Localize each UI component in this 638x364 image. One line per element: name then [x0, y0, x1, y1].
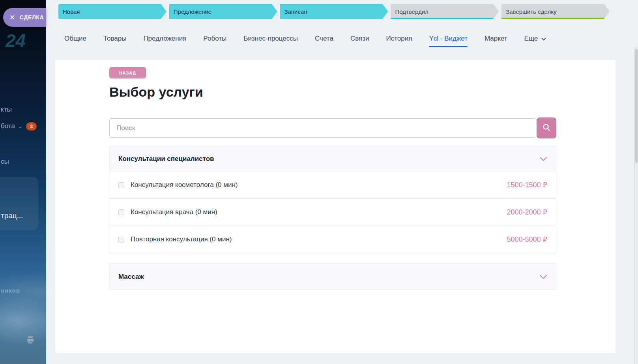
back-button[interactable]: НАЗАД	[109, 67, 146, 78]
tab-label: История	[386, 35, 412, 43]
tab-ycl-widget[interactable]: Ycl - Виджет	[429, 30, 468, 47]
chevron-down-icon: ⌄	[18, 124, 22, 129]
stage-underline	[501, 18, 604, 19]
notification-badge: 3	[26, 122, 37, 131]
tab-label: Общие	[64, 35, 86, 43]
stage-booked[interactable]: Записан	[280, 4, 388, 19]
stage-label: Подтвердил	[395, 8, 428, 15]
tab-market[interactable]: Маркет	[485, 30, 507, 47]
deal-stage-bar: Новая Предложение Записан Подтвердил Зав…	[58, 4, 610, 19]
tab-label: Еще	[524, 35, 538, 43]
section-header-consultations[interactable]: Консультации специалистов	[109, 146, 556, 172]
stage-close-deal[interactable]: Завершить сделку	[501, 4, 610, 19]
service-row[interactable]: Повторная консультация (0 мин) 5000-5000…	[110, 226, 556, 253]
stage-label: Новая	[63, 8, 80, 15]
stage-label: Записан	[284, 8, 307, 15]
scrollbar-thumb[interactable]	[635, 49, 638, 163]
chevron-down-icon	[539, 157, 547, 161]
service-section-massage: Массаж	[109, 263, 556, 290]
search-icon	[542, 123, 551, 133]
tab-label: Связи	[350, 35, 369, 43]
tab-label: Маркет	[485, 35, 507, 43]
tab-label: Счета	[315, 35, 333, 43]
tab-label: Бизнес-процессы	[243, 35, 298, 43]
tab-products[interactable]: Товары	[103, 30, 126, 47]
deal-slider-pill[interactable]: ✕ СДЕЛКА	[3, 8, 46, 27]
vertical-scrollbar[interactable]	[634, 47, 638, 364]
sidebar-item-contacts-truncated[interactable]: кты	[1, 106, 12, 114]
stage-underline	[391, 18, 493, 19]
service-search-row	[109, 118, 556, 139]
search-input[interactable]	[109, 118, 537, 138]
service-name: Консультация врача (0 мин)	[131, 208, 217, 216]
service-price: 1500-1500 ₽	[507, 181, 547, 189]
service-checkbox[interactable]	[118, 237, 124, 243]
stage-label: Предложение	[174, 8, 211, 15]
sidebar-item-processes-truncated[interactable]: сы	[1, 158, 9, 166]
service-section-consultations: Консультации специалистов Консультация к…	[109, 146, 556, 253]
deal-tabs: Общие Товары Предложения Роботы Бизнес-п…	[64, 30, 546, 47]
stage-offer[interactable]: Предложение	[169, 4, 277, 19]
section-title: Массаж	[118, 273, 144, 281]
chevron-down-icon	[539, 274, 547, 279]
search-button[interactable]	[537, 118, 556, 138]
tab-general[interactable]: Общие	[64, 30, 86, 47]
deal-slider-content: Новая Предложение Записан Подтвердил Зав…	[46, 0, 638, 364]
tab-label: Ycl - Виджет	[429, 35, 468, 43]
stage-label: Завершить сделку	[506, 8, 556, 15]
tab-history[interactable]: История	[386, 30, 412, 47]
stage-new[interactable]: Новая	[58, 4, 167, 19]
sidebar-item-work-truncated[interactable]: бота⌄3	[1, 122, 37, 131]
stage-confirmed[interactable]: Подтвердил	[391, 4, 499, 19]
printer-icon[interactable]	[26, 335, 35, 346]
tab-relations[interactable]: Связи	[350, 30, 369, 47]
sidebar-item-label: сы	[1, 158, 9, 165]
service-list: Консультация косметолога (0 мин) 1500-15…	[109, 172, 556, 253]
tab-label: Роботы	[203, 35, 226, 43]
sidebar-item-label: кты	[1, 106, 12, 113]
active-tab-underline	[429, 46, 468, 47]
section-title: Консультации специалистов	[118, 155, 214, 163]
service-checkbox[interactable]	[118, 182, 124, 188]
service-checkbox[interactable]	[118, 209, 124, 215]
service-name: Повторная консультация (0 мин)	[131, 235, 232, 243]
close-icon[interactable]: ✕	[9, 14, 15, 21]
ycl-widget-card: НАЗАД Выбор услуги Консультации специали…	[55, 60, 616, 353]
tab-label: Предложения	[143, 35, 186, 43]
sidebar-item-employees-truncated: ников	[1, 287, 20, 294]
tab-invoices[interactable]: Счета	[315, 30, 333, 47]
tab-more[interactable]: Еще	[524, 30, 546, 47]
tab-label: Товары	[103, 35, 126, 43]
page-title: Выбор услуги	[109, 84, 203, 100]
section-header-massage[interactable]: Массаж	[109, 263, 556, 290]
left-sidebar: 24 кты бота⌄3 сы трац... ников	[0, 0, 46, 364]
service-row[interactable]: Консультация косметолога (0 мин) 1500-15…	[110, 172, 556, 199]
tab-robots[interactable]: Роботы	[203, 30, 226, 47]
sidebar-item-label: бота	[1, 122, 15, 130]
sidebar-promo-panel	[0, 177, 38, 230]
service-row[interactable]: Консультация врача (0 мин) 2000-2000 ₽	[110, 199, 556, 226]
tab-quotes[interactable]: Предложения	[143, 30, 186, 47]
service-name: Консультация косметолога (0 мин)	[131, 181, 238, 189]
bitrix24-logo-fragment: 24	[6, 30, 26, 51]
service-price: 2000-2000 ₽	[507, 208, 547, 217]
chevron-down-icon	[541, 35, 546, 43]
tab-business-processes[interactable]: Бизнес-процессы	[243, 30, 298, 47]
service-price: 5000-5000 ₽	[507, 235, 547, 244]
deal-pill-label: СДЕЛКА	[20, 14, 44, 21]
sidebar-item-migration-truncated[interactable]: трац...	[1, 211, 23, 220]
